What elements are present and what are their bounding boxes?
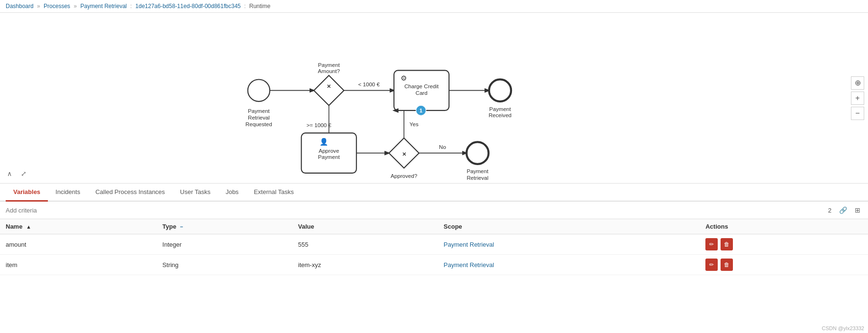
cell-scope-1: Payment Retrieval — [438, 255, 700, 275]
edit-button-0[interactable]: ✏ — [705, 238, 718, 250]
table-header-row: Name ▲ Type − Value Scope Actions — [0, 219, 868, 234]
svg-text:⚙: ⚙ — [401, 74, 407, 82]
tab-user-tasks[interactable]: User Tasks — [173, 184, 218, 202]
cell-type-1: String — [157, 255, 292, 275]
tab-external-tasks[interactable]: External Tasks — [246, 184, 301, 202]
tab-jobs[interactable]: Jobs — [218, 184, 246, 202]
filter-columns-button[interactable]: ⊞ — [853, 205, 862, 215]
cell-actions-0: ✏ 🗑 — [700, 234, 868, 255]
breadcrumb-instance-id[interactable]: 1de127a6-bd58-11ed-80df-00d861fbc345 — [136, 3, 241, 9]
svg-text:1: 1 — [420, 107, 423, 113]
name-sort-icon[interactable]: ▲ — [26, 224, 31, 230]
svg-text:👤: 👤 — [320, 138, 329, 146]
variables-table: Name ▲ Type − Value Scope Actions amount… — [0, 219, 868, 275]
scope-link-0[interactable]: Payment Retrieval — [444, 241, 494, 248]
breadcrumb-payment-retrieval[interactable]: Payment Retrieval — [80, 3, 127, 9]
tab-called-process-instances[interactable]: Called Process Instances — [88, 184, 173, 202]
tab-variables[interactable]: Variables — [6, 184, 48, 202]
svg-text:< 1000 €: < 1000 € — [358, 81, 380, 87]
tab-incidents[interactable]: Incidents — [48, 184, 88, 202]
filter-input[interactable] — [6, 207, 824, 214]
expand-controls: ∧ ⤢ — [4, 168, 29, 179]
breadcrumb: Dashboard » Processes » Payment Retrieva… — [0, 0, 868, 13]
delete-button-1[interactable]: 🗑 — [721, 259, 733, 271]
filter-count: 2 — [828, 207, 831, 214]
breadcrumb-processes[interactable]: Processes — [44, 3, 70, 9]
type-filter-icon[interactable]: − — [180, 224, 183, 230]
col-header-scope: Scope — [438, 219, 700, 234]
cell-type-0: Integer — [157, 234, 292, 255]
cell-value-0: 555 — [292, 234, 438, 255]
breadcrumb-dashboard[interactable]: Dashboard — [6, 3, 34, 9]
svg-text:Retrieval: Retrieval — [466, 175, 488, 181]
svg-text:Yes: Yes — [410, 121, 419, 127]
zoom-center-button[interactable]: ⊕ — [851, 76, 864, 90]
breadcrumb-current: Runtime — [249, 3, 271, 9]
breadcrumb-sep1: » — [37, 3, 42, 9]
svg-text:Payment: Payment — [318, 62, 340, 68]
svg-point-0 — [248, 79, 270, 101]
svg-text:✕: ✕ — [402, 151, 406, 157]
zoom-in-button[interactable]: + — [851, 92, 864, 105]
cell-actions-1: ✏ 🗑 — [700, 255, 868, 275]
svg-text:Payment: Payment — [466, 168, 489, 174]
edit-button-1[interactable]: ✏ — [705, 259, 718, 271]
filter-link-button[interactable]: 🔗 — [837, 205, 849, 215]
svg-text:Retrieval: Retrieval — [248, 114, 270, 120]
cell-name-1: item — [0, 255, 157, 275]
expand-button[interactable]: ⤢ — [18, 168, 29, 179]
table-row: item String item-xyz Payment Retrieval ✏… — [0, 255, 868, 275]
svg-point-36 — [466, 142, 488, 164]
table-row: amount Integer 555 Payment Retrieval ✏ 🗑 — [0, 234, 868, 255]
collapse-button[interactable]: ∧ — [4, 168, 15, 179]
svg-text:Amount?: Amount? — [318, 68, 340, 74]
svg-text:Received: Received — [489, 112, 512, 118]
delete-button-0[interactable]: 🗑 — [721, 238, 733, 250]
col-header-name: Name ▲ — [0, 219, 157, 234]
col-header-value: Value — [292, 219, 438, 234]
svg-text:>= 1000 €: >= 1000 € — [306, 122, 331, 128]
svg-text:Payment: Payment — [248, 108, 270, 114]
cell-name-0: amount — [0, 234, 157, 255]
svg-text:Approved?: Approved? — [391, 173, 418, 179]
zoom-controls: ⊕ + − — [851, 76, 864, 120]
svg-text:Card: Card — [416, 90, 428, 96]
svg-text:Requested: Requested — [246, 121, 272, 127]
breadcrumb-sep3: : — [130, 3, 134, 9]
bpmn-diagram: Payment Retrieval Requested ✕ Payment Am… — [0, 13, 868, 183]
svg-text:Payment: Payment — [489, 106, 512, 112]
svg-text:✕: ✕ — [327, 83, 331, 89]
cell-scope-0: Payment Retrieval — [438, 234, 700, 255]
diagram-container: Payment Retrieval Requested ✕ Payment Am… — [0, 13, 868, 184]
filter-bar: 2 🔗 ⊞ — [0, 202, 868, 219]
table-area: 2 🔗 ⊞ Name ▲ Type − Value Scope Actions … — [0, 202, 868, 275]
svg-text:Payment: Payment — [318, 154, 340, 160]
tabs-bar: Variables Incidents Called Process Insta… — [0, 184, 868, 202]
scope-link-1[interactable]: Payment Retrieval — [444, 261, 494, 268]
col-header-type: Type − — [157, 219, 292, 234]
breadcrumb-sep2: » — [73, 3, 78, 9]
svg-marker-5 — [314, 75, 344, 105]
cell-value-1: item-xyz — [292, 255, 438, 275]
svg-text:No: No — [439, 144, 446, 150]
svg-text:Charge Credit: Charge Credit — [404, 83, 439, 89]
svg-point-18 — [489, 79, 511, 101]
col-header-actions: Actions — [700, 219, 868, 234]
svg-text:Approve: Approve — [319, 148, 339, 154]
breadcrumb-sep4: : — [244, 3, 247, 9]
zoom-out-button[interactable]: − — [851, 107, 864, 120]
